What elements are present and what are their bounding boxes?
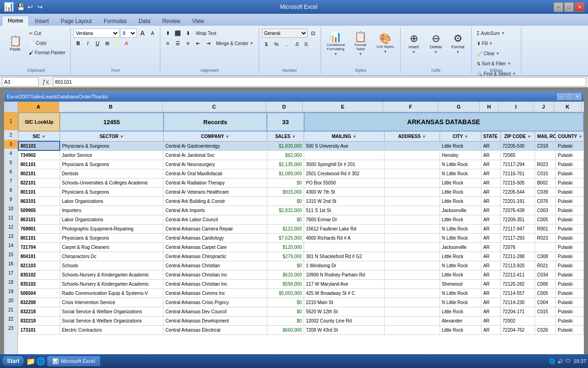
- cell-j20[interactable]: C004: [535, 298, 556, 307]
- cell-c22[interactable]: Central Arkansas Development: [164, 316, 267, 325]
- cell-d18[interactable]: $558,000: [267, 279, 304, 288]
- cell-k3[interactable]: Pulaski: [556, 141, 583, 150]
- cell-f11[interactable]: [384, 215, 440, 224]
- cell-e23[interactable]: 7208 W 43rd St: [304, 325, 384, 334]
- cell-j14[interactable]: [535, 242, 556, 252]
- cell-e4[interactable]: [304, 150, 384, 160]
- cell-d3[interactable]: $1,830,000: [267, 141, 304, 150]
- sheet-close-button[interactable]: ✕: [574, 93, 581, 100]
- col-header-i[interactable]: I: [499, 102, 533, 112]
- cell-b1[interactable]: 12455: [60, 113, 164, 131]
- cell-h10[interactable]: AR: [481, 206, 500, 215]
- cell-e5[interactable]: 3500 Springhill Dr # 201: [304, 160, 384, 169]
- redo-button[interactable]: ↪: [36, 3, 44, 11]
- cell-j5[interactable]: R023: [535, 160, 556, 169]
- cell-c7[interactable]: Central Ar Radiation Therapy: [164, 178, 267, 187]
- cell-d9[interactable]: $0: [267, 196, 304, 206]
- cell-a10[interactable]: 509905: [18, 206, 60, 215]
- sheet-minimize-button[interactable]: ─: [557, 93, 565, 100]
- cell-f16[interactable]: [384, 261, 440, 270]
- cell-f14[interactable]: [384, 242, 440, 252]
- cell-e17[interactable]: 10900 N Rodney Parham Rd: [304, 270, 384, 279]
- cell-a19[interactable]: 506504: [18, 288, 60, 298]
- close-button[interactable]: ✕: [575, 2, 584, 12]
- align-right-button[interactable]: ≡: [183, 39, 192, 48]
- cell-k19[interactable]: Pulaski: [556, 288, 583, 298]
- cell-d17[interactable]: $620,000: [267, 270, 304, 279]
- cell-h15[interactable]: AR: [481, 252, 500, 261]
- cell-f7[interactable]: [384, 178, 440, 187]
- row-header-7[interactable]: 7: [4, 177, 17, 186]
- cell-a11[interactable]: 863101: [18, 215, 60, 224]
- row-header-14[interactable]: 14: [4, 241, 17, 250]
- highlight-button[interactable]: A̲: [112, 39, 121, 48]
- cell-d5[interactable]: $2,135,000: [267, 160, 304, 169]
- cell-e13[interactable]: 4000 Richards Rd # A: [304, 233, 384, 242]
- increase-font-button[interactable]: A: [138, 29, 147, 38]
- cell-a18[interactable]: 835102: [18, 279, 60, 288]
- cell-b5[interactable]: Physicians & Surgeons: [60, 160, 164, 169]
- cell-g5[interactable]: N Little Rock: [440, 160, 481, 169]
- cell-i13[interactable]: 72117-293: [501, 233, 535, 242]
- cell-g18[interactable]: Sherwood: [440, 279, 481, 288]
- row-header-21[interactable]: 21: [4, 305, 17, 315]
- cell-e8[interactable]: 4300 W 7th St: [304, 187, 384, 196]
- cell-k15[interactable]: Pulaski: [556, 252, 583, 261]
- cell-d21[interactable]: $0: [267, 307, 304, 316]
- cell-h20[interactable]: AR: [481, 298, 500, 307]
- cell-a17[interactable]: 835102: [18, 270, 60, 279]
- cell-a9[interactable]: 863101: [18, 196, 60, 206]
- cell-a7[interactable]: 822101: [18, 178, 60, 187]
- cell-d14[interactable]: $120,000: [267, 242, 304, 252]
- row-header-3[interactable]: 3: [4, 140, 17, 149]
- cell-k2[interactable]: COUNTY ▼: [556, 131, 583, 141]
- cell-c19[interactable]: Central Arkansas Comms Inc: [164, 288, 267, 298]
- cell-k21[interactable]: Pulaski: [556, 307, 583, 316]
- col-header-h[interactable]: H: [480, 102, 499, 112]
- filter-arrow-c[interactable]: ▼: [226, 134, 230, 139]
- comma-button[interactable]: ,: [282, 40, 291, 49]
- cell-b14[interactable]: Carpet & Rug Cleaners: [60, 242, 164, 252]
- cell-c16[interactable]: Central Arkansas Christian: [164, 261, 267, 270]
- cell-e22[interactable]: 12002 County Line Rd: [304, 316, 384, 325]
- indent-inc-button[interactable]: ⇥: [204, 39, 213, 48]
- col-header-k[interactable]: K: [554, 102, 582, 112]
- row-header-15[interactable]: 15: [4, 250, 17, 259]
- cell-c12[interactable]: Central Arkansas Camera Repair: [164, 224, 267, 233]
- row-header-13[interactable]: 13: [4, 232, 17, 241]
- cell-b8[interactable]: Physicians & Surgeons: [60, 187, 164, 196]
- cell-c13[interactable]: Central Arkansas Cardiology: [164, 233, 267, 242]
- cell-k14[interactable]: Pulaski: [556, 242, 583, 252]
- row-header-16[interactable]: 16: [4, 259, 17, 269]
- copy-button[interactable]: 📄 Copy: [27, 38, 68, 47]
- tab-formulas[interactable]: Formulas: [98, 16, 133, 26]
- cell-g10[interactable]: Jacksonville: [440, 206, 481, 215]
- cell-h9[interactable]: AR: [481, 196, 500, 206]
- cell-h4[interactable]: AR: [481, 150, 500, 160]
- insert-button[interactable]: ⊕ Insert ▼: [403, 29, 424, 59]
- cell-c9[interactable]: Central Ark Building & Constr: [164, 196, 267, 206]
- cell-d8[interactable]: $915,000: [267, 187, 304, 196]
- cell-i15[interactable]: 72211-288: [501, 252, 535, 261]
- cell-d11[interactable]: $0: [267, 215, 304, 224]
- cell-g9[interactable]: Little Rock: [440, 196, 481, 206]
- save-button[interactable]: 💾: [17, 3, 25, 11]
- cell-k17[interactable]: Pulaski: [556, 270, 583, 279]
- cell-a20[interactable]: 832208: [18, 298, 60, 307]
- cell-d20[interactable]: $0: [267, 298, 304, 307]
- cell-f23[interactable]: [384, 325, 440, 334]
- cell-g12[interactable]: N Little Rock: [440, 224, 481, 233]
- cell-f3[interactable]: [384, 141, 440, 150]
- row-header-6[interactable]: 6: [4, 167, 17, 177]
- cell-c8[interactable]: Central Ar Veterans Healthcare: [164, 187, 267, 196]
- cell-f17[interactable]: [384, 270, 440, 279]
- cell-i16[interactable]: 72113-920: [501, 261, 535, 270]
- cell-b17[interactable]: Schools-Nursery & Kindergarten Academic: [60, 270, 164, 279]
- cell-f21[interactable]: [384, 307, 440, 316]
- cell-b3[interactable]: Physicians & Surgeons: [60, 141, 164, 150]
- minimize-button[interactable]: ─: [554, 2, 563, 12]
- row-header-20[interactable]: 20: [4, 296, 17, 305]
- cell-k4[interactable]: Pulaski: [556, 150, 583, 160]
- cell-f15[interactable]: [384, 252, 440, 261]
- cell-j13[interactable]: R023: [535, 233, 556, 242]
